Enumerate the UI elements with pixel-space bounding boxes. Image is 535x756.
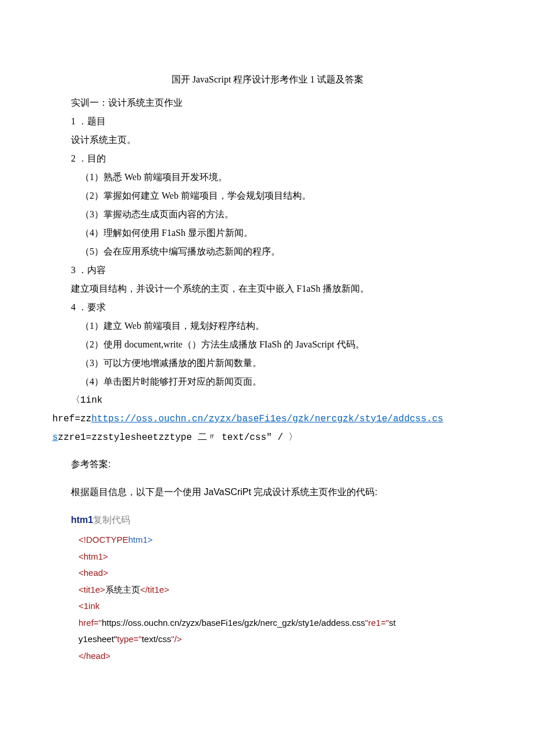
section-4-item: （1）建立 Web 前端项目，规划好程序结构。 [52, 317, 483, 335]
title-close-tag: </tit1e> [140, 585, 169, 594]
rel-label: re1= [69, 432, 91, 443]
z-marker: zz [58, 432, 69, 443]
href-url-part1: https://oss.ouchn.cn/zyzx/baseFi1es/gzk/… [102, 618, 365, 628]
html-open-tag: <htm1> [79, 551, 108, 561]
z-marker: zz [158, 432, 169, 443]
code-line: y1esheet"type="text/css"/> [79, 631, 483, 648]
link-open-tag: <1ink [79, 601, 99, 611]
stylesheet-url-part2[interactable]: s [52, 432, 58, 443]
stylesheet-url-part1[interactable]: https://oss.ouchn.cn/zyzx/baseFi1es/gzk/… [91, 414, 443, 424]
href-attr: href=" [79, 618, 102, 628]
section-4-heading: 4 ．要求 [52, 298, 483, 317]
code-line: href="https://oss.ouchn.cn/zyzx/baseFi1e… [79, 615, 483, 632]
section-2-item: （3）掌握动态生成页面内容的方法。 [52, 205, 483, 224]
section-4-item: （4）单击图片时能够打开对应的新闻页面。 [52, 372, 483, 391]
code-block-header: htm1复制代码 [52, 511, 483, 529]
type-url-value: text/css [142, 634, 172, 644]
document-page: 国开 JavaScript 程序设计形考作业 1 试题及答案 实训一：设计系统主… [0, 0, 535, 699]
type-fragment: type 二〃 text/css" / 〉 [170, 432, 298, 443]
z-marker: zz [91, 432, 102, 443]
code-line: <htm1> [79, 549, 483, 565]
section-3-heading: 3 ．内容 [52, 261, 483, 280]
section-2-item: （5）会在应用系统中编写播放动态新闻的程序。 [52, 242, 483, 261]
code-line: </head> [79, 648, 483, 665]
code-line: <tit1e>系统主页</tit1e> [79, 582, 483, 599]
section-4-item: （2）使用 document,write（）方法生成播放 FIaSh 的 Jav… [52, 335, 483, 354]
href-prefix: href= [52, 414, 80, 424]
section-heading-shixun: 实训一：设计系统主页作业 [52, 94, 483, 112]
code-line: <1ink [79, 598, 483, 615]
head-open-tag: <head> [79, 568, 108, 578]
type-attr: type=" [117, 634, 141, 644]
rel-value: stylesheet [102, 432, 158, 443]
code-line: <head> [79, 565, 483, 582]
link-self-close: "/> [172, 634, 182, 644]
link-href-line-2: szzre1=zzstylesheetzztype 二〃 text/css" /… [52, 428, 483, 447]
section-2-item: （1）熟悉 Web 前端项目开发环境。 [52, 168, 483, 187]
doctype-value: htm1> [128, 535, 152, 544]
section-3-body: 建立项目结构，并设计一个系统的主页，在主页中嵌入 F1aSh 播放新闻。 [52, 280, 483, 298]
head-close-tag: </head> [79, 651, 110, 661]
section-4-item: （3）可以方便地增减播放的图片新闻数量。 [52, 354, 483, 372]
doctype-tag: <!DOCTYPE [79, 535, 128, 544]
section-2-item: （4）理解如何使用 F1aSh 显示图片新闻。 [52, 224, 483, 242]
rel-attr: "re1=" [365, 618, 389, 628]
link-tag-open: 〈1ink [52, 391, 483, 410]
title-text: 系统主页 [105, 585, 140, 594]
link-href-line: href=zzhttps://oss.ouchn.cn/zyzx/baseFi1… [52, 410, 483, 428]
z-marker: zz [80, 414, 91, 424]
rel-value-part2: y1esheet" [79, 634, 117, 644]
answer-intro: 根据题目信息，以下是一个使用 JaVaSCriPt 完成设计系统主页作业的代码: [52, 483, 483, 501]
code-lang-label: htm1 [71, 515, 93, 525]
answer-label: 参考答案: [52, 455, 483, 474]
code-block: <!DOCTYPEhtm1> <htm1> <head> <tit1e>系统主页… [52, 532, 483, 664]
section-2-item: （2）掌握如何建立 Web 前端项目，学会规划项目结构。 [52, 187, 483, 205]
section-1-body: 设计系统主页。 [52, 131, 483, 149]
copy-code-label[interactable]: 复制代码 [93, 515, 130, 525]
section-2-heading: 2 ．目的 [52, 149, 483, 168]
title-open-tag: <tit1e> [79, 585, 105, 594]
rel-value-part1: st [389, 618, 396, 628]
section-1-heading: 1 ．题目 [52, 112, 483, 131]
page-title: 国开 JavaScript 程序设计形考作业 1 试题及答案 [52, 70, 483, 89]
code-line: <!DOCTYPEhtm1> [79, 532, 483, 549]
